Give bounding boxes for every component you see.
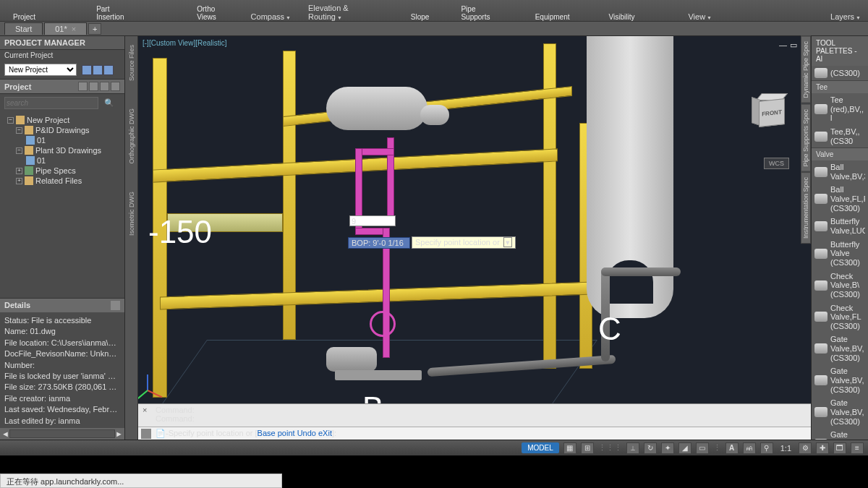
plus-icon[interactable]: ✚: [816, 442, 829, 454]
project-select[interactable]: New Project: [4, 64, 77, 76]
palette-section-tee: Tee: [812, 80, 868, 93]
proj-tool-2[interactable]: [89, 82, 98, 91]
palette-item[interactable]: Gate Valve,TH3(CS300): [812, 428, 868, 440]
palette-item[interactable]: Tee,BV,, (CS30: [812, 125, 868, 147]
detail-location: File location: C:\Users\ianma\OneDrive\J…: [4, 338, 120, 348]
sidetab-source[interactable]: Source Files: [128, 42, 135, 84]
annotation-icon[interactable]: A: [726, 442, 739, 454]
model-space-button[interactable]: MODEL: [522, 442, 559, 453]
ortho-icon[interactable]: ⟂: [626, 442, 639, 454]
folder-icon: [25, 176, 33, 185]
ribbon-group-ortho[interactable]: Ortho Views: [190, 5, 240, 21]
tree-pid[interactable]: −P&ID Drawings: [1, 125, 123, 135]
fitting-icon: [814, 104, 827, 114]
menu-icon[interactable]: ≡: [851, 442, 864, 454]
model-scene: -150 B C 9 BOP: 9'-0 1/16 Specify point …: [138, 36, 811, 403]
proj-tool-4[interactable]: [111, 82, 120, 91]
ribbon-group-layers[interactable]: Layers▼: [823, 12, 868, 21]
cmd-prompt: 📄-Specify point location or [Base point …: [156, 429, 336, 438]
ribbon-group-slope[interactable]: Slope: [404, 13, 437, 21]
detail-edited: Last edited by: ianma: [4, 416, 120, 427]
tab-start[interactable]: Start: [4, 22, 43, 35]
palette-item[interactable]: Butterfly Valve(CS300): [812, 238, 868, 270]
sidetab-ortho[interactable]: Orthographic DWG: [128, 106, 135, 167]
ribbon-group-compass[interactable]: Compass▼: [244, 12, 298, 21]
gear-icon[interactable]: ⚙: [799, 442, 812, 454]
current-project-label: Current Project: [0, 50, 124, 61]
palette-item[interactable]: Check Valve,FL(CS300): [812, 301, 868, 333]
polar-icon[interactable]: ✦: [661, 442, 674, 454]
project-search-input[interactable]: [4, 97, 98, 109]
cmd-icon[interactable]: [141, 429, 151, 439]
label-b: B: [362, 390, 383, 403]
spec-tab-supports[interactable]: Pipe Supports Spec: [801, 104, 811, 172]
anno-vis-icon[interactable]: ⚲: [760, 442, 773, 454]
grid-icon[interactable]: ▦: [563, 442, 576, 454]
palette-section-valve: Valve: [812, 147, 868, 160]
dwg-icon: [26, 156, 35, 165]
palette-item[interactable]: Tee (red),BV,, l: [812, 93, 868, 125]
snap-icon[interactable]: ⊞: [581, 442, 594, 454]
palette-item[interactable]: Ball Valve,BV,3: [812, 160, 868, 183]
palette-item[interactable]: Ball Valve,FL,R:(CS300): [812, 183, 868, 215]
viewport-side-tabs: Source Files Orthographic DWG Isometric …: [125, 36, 138, 440]
anno-scale-icon[interactable]: 🗚: [743, 442, 756, 454]
refresh-icon[interactable]: ↻: [644, 442, 657, 454]
ribbon-group-supports[interactable]: Pipe Supports: [454, 5, 510, 21]
ribbon-group-elevation[interactable]: Elevation & Routing▼: [301, 4, 386, 21]
project-tree[interactable]: −New Project −P&ID Drawings 01 −Plant 3D…: [0, 112, 124, 298]
pm-icon-2[interactable]: [93, 65, 103, 75]
command-line[interactable]: × Command: Command: 📄-Specify point loca…: [138, 403, 811, 440]
tree-p3d[interactable]: −Plant 3D Drawings: [1, 145, 123, 155]
spec-tab-dynamic[interactable]: Dynamic Pipe Spec: [801, 36, 811, 103]
ribbon-group-equipment[interactable]: Equipment: [528, 13, 577, 21]
ribbon-group-part-insertion[interactable]: Part Insertion: [89, 5, 143, 21]
scale-readout[interactable]: 1:1: [778, 444, 794, 453]
ucs-axis-gizmo[interactable]: [147, 364, 173, 390]
pm-icon-3[interactable]: [103, 65, 114, 75]
cursor-tooltip: Specify point location or ▾: [412, 236, 516, 249]
close-icon[interactable]: ×: [72, 25, 76, 33]
search-icon[interactable]: 🔍: [104, 98, 114, 107]
customize-icon[interactable]: 🗖: [833, 442, 846, 454]
details-tool[interactable]: [111, 301, 120, 310]
palette-item[interactable]: ButterflyValve,LUG,RF,3: [812, 215, 868, 237]
tab-drawing-01[interactable]: 01*×: [44, 22, 87, 35]
tree-pid-file[interactable]: 01: [1, 135, 123, 145]
tree-specs[interactable]: +Pipe Specs: [1, 166, 123, 176]
project-header: Project: [0, 79, 124, 94]
tool-palettes: TOOL PALETTES - Al (CS300) Tee Tee (red)…: [811, 36, 868, 440]
palette-item[interactable]: Check Valve,B\(CS300): [812, 270, 868, 301]
palette-item[interactable]: (CS300): [812, 66, 868, 80]
osnap-icon[interactable]: ◢: [678, 442, 692, 454]
3dosnap-icon[interactable]: ▭: [696, 442, 709, 454]
cmd-close-icon[interactable]: ×: [142, 406, 147, 414]
tree-related[interactable]: +Related Files: [1, 176, 123, 186]
dimension-input[interactable]: 9: [349, 215, 396, 226]
label-c: C: [598, 311, 621, 347]
pm-icon-1[interactable]: [82, 65, 92, 75]
tool-palettes-title: TOOL PALETTES - Al: [812, 36, 868, 66]
sidetab-iso[interactable]: Isometric DWG: [128, 189, 135, 239]
palette-item[interactable]: Gate Valve,BV,(CS300): [812, 396, 868, 428]
ribbon-group-visibility[interactable]: Visibility: [602, 13, 642, 21]
ribbon-group-project[interactable]: Project: [6, 13, 43, 21]
fitting-icon: [814, 407, 827, 417]
left-hscrollbar[interactable]: ◄►: [0, 428, 124, 440]
ribbon-group-view[interactable]: View▼: [681, 12, 719, 21]
document-tabs: Start 01*× +: [0, 22, 868, 36]
proj-tool-1[interactable]: [78, 82, 88, 91]
spec-tab-instr[interactable]: Instrumentation Spec: [801, 172, 811, 244]
palette-item[interactable]: Gate Valve,BV,(CS300): [812, 364, 868, 396]
proj-tool-3[interactable]: [100, 82, 109, 91]
browser-status-bar: 正在等待 app.launchdarkly.com...: [0, 474, 282, 488]
new-tab-button[interactable]: +: [88, 23, 101, 35]
3d-viewport[interactable]: [-][Custom View][Realistic] — ▭ ✕ FRONT …: [138, 36, 811, 403]
tree-root[interactable]: −New Project: [1, 115, 123, 125]
palette-item[interactable]: Gate Valve,BV,(CS300): [812, 333, 868, 364]
dwg-icon: [26, 136, 35, 145]
folder-icon: [25, 126, 33, 134]
tree-p3d-file[interactable]: 01: [1, 155, 123, 166]
detail-size: File size: 273.50KB (280,061 bytes): [4, 382, 120, 393]
status-bar: MODEL ▦ ⊞ ⋮⋮⋮ ⟂ ↻ ✦ ◢ ▭ ⋮ A 🗚 ⚲ 1:1 ⚙ ✚ …: [0, 440, 868, 455]
